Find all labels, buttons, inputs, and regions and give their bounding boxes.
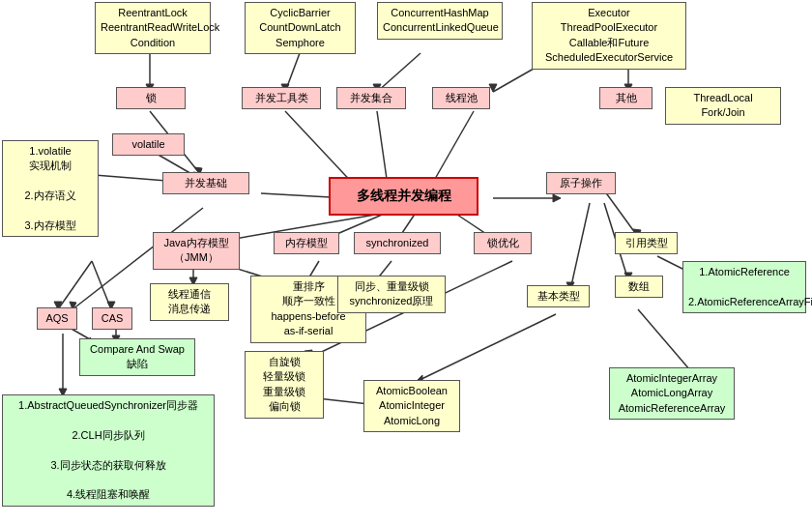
volatile-node: volatile [112,133,185,156]
memory-model-node: 内存模型 [274,232,339,254]
svg-line-34 [570,203,590,290]
svg-marker-23 [553,194,561,202]
atomic-bool-node: AtomicBooleanAtomicIntegerAtomicLong [363,380,460,432]
concurrent-collection-node: 并发集合 [336,87,406,109]
svg-line-55 [92,261,111,309]
atomic-ops-node: 原子操作 [546,172,616,194]
concurrent-tools-node: 并发工具类 [242,87,321,109]
svg-line-18 [377,111,387,179]
basic-type-node: 基本类型 [527,285,590,307]
cas-node: CAS [92,307,132,330]
svg-line-63 [416,314,556,382]
main-node: 多线程并发编程 [329,177,478,216]
synchronized-node: synchronized [354,232,441,254]
thread-pool-node: 线程池 [432,87,490,109]
aqs-node: AQS [37,307,77,330]
lock-opt-node: 锁优化 [474,232,532,254]
concurrent-base-node: 并发基础 [162,172,249,194]
array-node: 数组 [615,276,663,298]
lock-node: 锁 [116,87,186,109]
executor-node: ExecutorThreadPoolExecutorCallable和Futur… [532,2,686,70]
svg-marker-7 [489,84,497,92]
svg-line-4 [377,53,420,92]
cyclic-node: CyclicBarrierCountDownLatchSemphore [245,2,356,54]
ref-type-node: 引用类型 [615,232,678,254]
compare-swap-node: Compare And Swap缺陷 [79,338,195,376]
thread-comm-node: 线程通信消息传递 [150,283,229,321]
sync-heavy-node: 同步、重量级锁synchronized原理 [337,276,446,313]
reentrant-node: ReentrantLockReentrantReadWriteLockCondi… [95,2,211,54]
svg-line-19 [435,111,474,179]
aqs-list-node: 1.AbstractQueuedSynchronizer同步器2.CLH同步队列… [2,394,215,507]
atomic-ref-node: 1.AtomicReference2.AtomicReferenceArrayF… [682,261,806,313]
svg-line-53 [58,261,92,309]
spin-lock-node: 自旋锁轻量级锁重量级锁偏向锁 [245,351,324,419]
svg-line-2 [285,53,300,92]
volatile-list-node: 1.volatile实现机制2.内存语义3.内存模型 [2,140,99,237]
other-node: 其他 [599,87,652,109]
concurrent-node: ConcurrentHashMapConcurrentLinkedQueue [377,2,503,40]
jmm-node: Java内存模型（JMM） [153,232,240,270]
atomic-int-array-node: AtomicIntegerArrayAtomicLongArrayAtomicR… [609,367,735,420]
diagram: ReentrantLockReentrantReadWriteLockCondi… [0,0,812,524]
threadlocal-node: ThreadLocalFork/Join [665,87,781,125]
